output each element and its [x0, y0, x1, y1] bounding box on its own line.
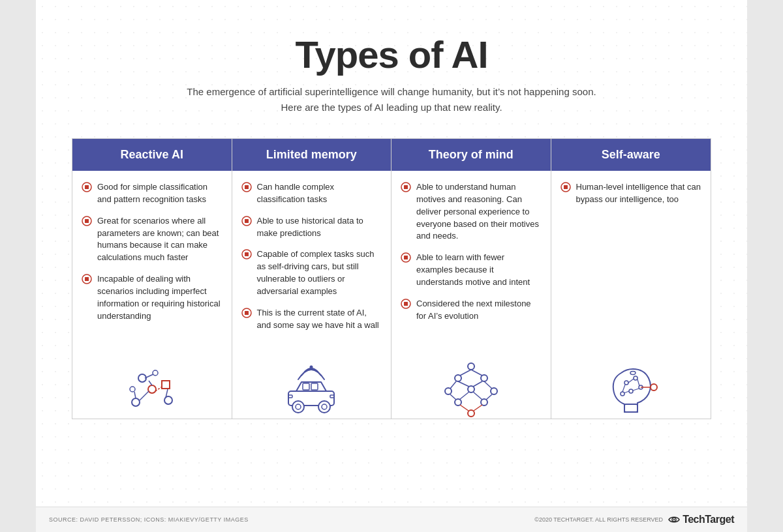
svg-point-43 [468, 363, 474, 370]
svg-point-33 [318, 401, 330, 413]
svg-point-7 [148, 385, 156, 393]
svg-point-70 [629, 389, 633, 393]
bullet-icon-3 [82, 274, 92, 284]
bullet-icon-m3 [241, 249, 252, 259]
bullet-icon-s1 [560, 182, 571, 192]
svg-line-57 [484, 381, 492, 389]
bullet-memory-1: Can handle complex classification tasks [241, 181, 382, 206]
card-body-reactive-ai: Good for simple classification and patte… [72, 171, 232, 347]
svg-line-59 [459, 392, 469, 400]
svg-rect-42 [404, 302, 408, 306]
bullet-memory-3: Capable of complex tasks such as self-dr… [241, 248, 382, 297]
svg-line-15 [134, 392, 136, 398]
svg-line-58 [450, 394, 456, 400]
svg-rect-38 [404, 185, 408, 189]
bullet-icon-t1 [401, 182, 411, 192]
svg-point-79 [630, 372, 636, 375]
header-section: Types of AI The emergence of artificial … [72, 33, 711, 115]
page-subtitle: The emergence of artificial superintelli… [72, 84, 711, 115]
svg-point-68 [634, 376, 637, 380]
svg-rect-66 [624, 404, 637, 412]
card-body-self-aware: Human-level intelligence that can bypass… [551, 171, 711, 347]
bullet-reactive-1: Good for simple classification and patte… [82, 181, 223, 206]
svg-line-55 [458, 381, 469, 387]
card-body-theory: Able to understand human motives and rea… [392, 171, 551, 347]
svg-rect-22 [245, 219, 249, 223]
icon-area-theory [392, 347, 551, 419]
svg-rect-8 [162, 381, 170, 389]
footer-brand: ©2020 TECHTARGET. ALL RIGHTS RESERVED Te… [534, 514, 734, 525]
card-limited-memory: Limited memory Can handle complex classi… [232, 139, 392, 419]
bullet-icon-m4 [241, 308, 252, 318]
svg-rect-65 [564, 185, 568, 189]
svg-rect-30 [311, 383, 318, 390]
icon-area-memory [232, 347, 392, 419]
bullet-icon-m1 [241, 182, 252, 192]
main-container: Types of AI The emergence of artificial … [36, 0, 747, 532]
svg-point-71 [621, 392, 624, 396]
svg-line-52 [460, 370, 471, 376]
svg-line-63 [474, 405, 482, 411]
svg-line-53 [471, 370, 482, 376]
card-body-limited-memory: Can handle complex classification tasks … [232, 171, 392, 347]
svg-rect-20 [245, 185, 249, 189]
svg-line-56 [473, 381, 482, 387]
svg-point-27 [310, 366, 313, 369]
card-header-limited-memory: Limited memory [232, 139, 392, 171]
svg-line-60 [473, 392, 482, 400]
svg-point-51 [468, 410, 474, 417]
bullet-memory-4: This is the current state of AI, and som… [241, 307, 382, 332]
svg-rect-1 [85, 185, 89, 189]
bullet-theory-2: Able to learn with fewer examples becaus… [401, 252, 542, 289]
svg-rect-24 [245, 252, 249, 256]
icon-area-reactive [72, 347, 232, 419]
card-self-aware: Self-aware Human-level intelligence that… [551, 139, 711, 419]
svg-line-62 [460, 405, 468, 411]
bullet-icon-t3 [401, 299, 411, 309]
cards-grid: Reactive AI Good for simple classificati… [72, 138, 711, 419]
footer-source: SOURCE: DAVID PETERSSON; ICONS: MIAKIEVY… [49, 516, 249, 523]
svg-point-31 [292, 401, 304, 413]
svg-rect-5 [85, 277, 89, 281]
bullet-memory-2: Able to use historical data to make pred… [241, 215, 382, 240]
card-reactive-ai: Reactive AI Good for simple classificati… [72, 139, 232, 419]
bullet-self-1: Human-level intelligence that can bypass… [560, 181, 702, 206]
card-header-reactive-ai: Reactive AI [72, 139, 232, 171]
card-theory-of-mind: Theory of mind Able to understand human … [392, 139, 551, 419]
svg-point-67 [624, 381, 628, 385]
svg-line-61 [486, 394, 492, 400]
eye-icon [668, 515, 680, 524]
svg-line-13 [140, 391, 149, 400]
bullet-icon-m2 [241, 216, 252, 226]
svg-point-12 [153, 370, 158, 376]
svg-point-81 [673, 519, 675, 520]
svg-point-46 [445, 388, 452, 394]
svg-point-77 [651, 384, 657, 391]
bullet-theory-1: Able to understand human motives and rea… [401, 181, 542, 243]
bullet-reactive-2: Great for scenarios where all parameters… [82, 215, 223, 264]
svg-rect-29 [303, 383, 309, 390]
bullet-icon-t2 [401, 252, 411, 263]
brand-name: TechTarget [683, 514, 734, 525]
svg-line-54 [450, 381, 456, 389]
svg-point-11 [130, 387, 135, 392]
svg-rect-26 [245, 311, 249, 315]
bullet-theory-3: Considered the next milestone for AI’s e… [401, 298, 542, 323]
card-header-self-aware: Self-aware [551, 139, 711, 171]
card-header-theory: Theory of mind [392, 139, 551, 171]
bullet-reactive-3: Incapable of dealing with scenarios incl… [82, 273, 223, 322]
svg-rect-40 [404, 256, 408, 259]
bullet-icon-2 [82, 216, 92, 226]
icon-area-self-aware [551, 347, 711, 419]
page-title: Types of AI [72, 33, 711, 76]
svg-rect-3 [85, 219, 89, 223]
svg-point-6 [132, 398, 140, 406]
footer-bar: SOURCE: DAVID PETERSSON; ICONS: MIAKIEVY… [36, 507, 747, 532]
svg-line-17 [149, 381, 152, 385]
bullet-icon-1 [82, 182, 92, 192]
